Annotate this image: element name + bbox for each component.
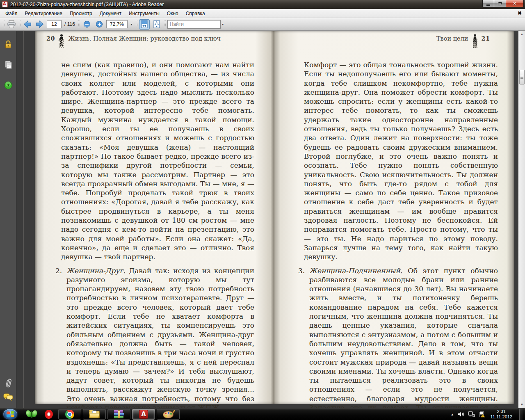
adobe-reader-icon: A — [139, 410, 148, 419]
zoom-out-icon — [83, 21, 91, 28]
menu-file[interactable]: Файл — [2, 9, 21, 18]
list-item-2: 2. Женщина-Друг. Давай так: исходя из ко… — [66, 266, 254, 413]
menu-bar: Файл Редактирование Просмотр Документ Ин… — [0, 9, 525, 18]
print-button[interactable] — [6, 19, 17, 30]
taskbar-item-chrome[interactable] — [58, 409, 81, 420]
paint-icon — [163, 410, 173, 419]
page-count-label: / 116 — [63, 21, 76, 27]
tray-date: 11.11.2012 — [491, 414, 512, 420]
show-desktop-button[interactable] — [519, 409, 523, 420]
menu-tools[interactable]: Инструменты — [125, 9, 163, 18]
zoom-in-icon — [96, 21, 103, 28]
menu-window[interactable]: Окно — [163, 9, 182, 18]
menu-view[interactable]: Просмотр — [66, 9, 96, 18]
page-number-input[interactable] — [47, 20, 62, 28]
scrolling-mode-button[interactable] — [139, 19, 150, 30]
taskbar-item-paint[interactable] — [157, 409, 180, 420]
lock-icon — [4, 40, 13, 49]
chrome-icon — [65, 410, 74, 419]
system-tray: ▲ 2:31 11.11.2012 — [451, 409, 525, 420]
toolbar-grip — [2, 20, 5, 28]
comments-icon — [3, 392, 14, 402]
scroll-up-icon[interactable]: ▲ — [518, 31, 525, 38]
pages-panel-button[interactable] — [0, 58, 16, 72]
left-running-title: Жизнь, Полная Женщин: руководство под кл… — [68, 35, 221, 42]
clock[interactable]: 2:31 11.11.2012 — [489, 409, 516, 420]
right-page-number: 21 — [482, 35, 490, 42]
comments-panel-button[interactable] — [0, 390, 16, 404]
item-number: 3. — [298, 266, 305, 275]
right-page-header: Твои цели 21 — [436, 34, 490, 43]
restore-icon — [498, 2, 501, 5]
title-bar[interactable]: A 2012-07-30-Zhizn-polnaya-zhenshchin.pd… — [0, 0, 525, 9]
left-paragraph: не спим (как правило), и они помогают на… — [61, 60, 254, 262]
toolbar-grip — [78, 20, 80, 28]
pdf-app-icon: A — [2, 1, 8, 7]
taskbar-item-winrar[interactable] — [107, 409, 130, 420]
document-pane: ? — [0, 31, 525, 408]
item-text: Об этот пункт обычно разбиваются все мол… — [309, 267, 498, 420]
help-button[interactable]: ? — [0, 78, 16, 92]
item-title: Женщина-Друг. — [66, 267, 126, 275]
toolbar-grip — [135, 20, 137, 28]
arrow-left-icon — [23, 20, 32, 28]
menu-edit[interactable]: Редактирование — [21, 9, 66, 18]
close-icon: ✕ — [513, 1, 516, 6]
tray-time: 2:31 — [491, 409, 512, 414]
zoom-level-value[interactable]: 72,7% — [106, 20, 128, 28]
close-button[interactable]: ✕ — [506, 0, 524, 7]
right-paragraph: Комфорт — это общая тональность хорошей … — [304, 60, 498, 262]
navigation-panel-strip: ? — [0, 31, 16, 408]
zoom-out-button[interactable] — [82, 19, 92, 30]
figure-silhouette-icon — [472, 34, 478, 48]
security-settings-button[interactable] — [0, 37, 16, 51]
left-page-text: не спим (как правило), и они помогают на… — [61, 60, 254, 412]
list-item-3: 3. Женщина-Подчиненный. Об этот пункт об… — [309, 266, 498, 420]
restore-button[interactable] — [494, 0, 506, 7]
volume-icon[interactable] — [458, 411, 464, 417]
pages-icon — [4, 60, 13, 69]
panel-splitter[interactable] — [23, 31, 24, 408]
attachments-panel-button[interactable] — [0, 376, 16, 390]
adobe-reader-window: A 2012-07-30-Zhizn-polnaya-zhenshchin.pd… — [0, 0, 525, 420]
action-center-icon[interactable] — [479, 411, 485, 418]
windows-logo-icon — [7, 411, 14, 417]
winrar-icon — [114, 410, 124, 419]
scrollbar-thumb[interactable] — [519, 70, 525, 84]
taskbar-item-adobe-reader[interactable]: A — [132, 409, 155, 420]
taskbar-item-opera[interactable] — [43, 409, 55, 420]
window-title: 2012-07-30-Zhizn-polnaya-zhenshchin.pdf … — [10, 2, 164, 7]
butterfly-icon — [26, 409, 37, 419]
fit-page-button[interactable] — [151, 19, 162, 30]
taskbar-item-qip[interactable] — [25, 409, 38, 420]
vertical-scrollbar[interactable]: ▲ ▼ — [518, 31, 525, 408]
taskbar-item-explorer[interactable] — [83, 409, 106, 420]
next-page-button[interactable] — [34, 19, 45, 30]
zoom-dropdown-icon[interactable]: ▼ — [129, 23, 134, 26]
zoom-in-button[interactable] — [94, 19, 105, 30]
network-icon[interactable] — [468, 411, 475, 417]
hidden-icons-button[interactable]: ▲ — [451, 413, 454, 416]
opera-icon — [45, 410, 53, 419]
minimize-icon — [486, 5, 490, 6]
find-dropdown-icon[interactable]: ▼ — [221, 23, 225, 26]
item-text: Давай так: исходя из концепции разумного… — [66, 267, 254, 412]
toolbar-grip — [164, 20, 166, 28]
toolbar: / 116 72,7% ▼ — [0, 18, 525, 31]
paperclip-icon — [3, 378, 13, 388]
previous-page-button[interactable] — [22, 19, 33, 30]
pdf-page-spread: 20 Жизнь, Полная Женщин: руководство под… — [35, 31, 514, 404]
scroll-down-icon[interactable]: ▼ — [518, 401, 525, 408]
fit-width-icon — [141, 20, 148, 28]
close-document-icon[interactable]: ✖ — [518, 10, 522, 16]
menu-help[interactable]: Справка — [182, 9, 209, 18]
start-button[interactable] — [3, 409, 17, 420]
find-input[interactable] — [167, 20, 221, 29]
menu-document[interactable]: Документ — [96, 9, 125, 18]
folder-icon — [89, 410, 100, 418]
svg-text:?: ? — [7, 83, 10, 89]
minimize-button[interactable] — [482, 0, 494, 7]
figure-silhouette-icon — [58, 34, 65, 48]
right-running-title: Твои цели — [436, 35, 468, 42]
toolbar-grip — [18, 20, 21, 28]
